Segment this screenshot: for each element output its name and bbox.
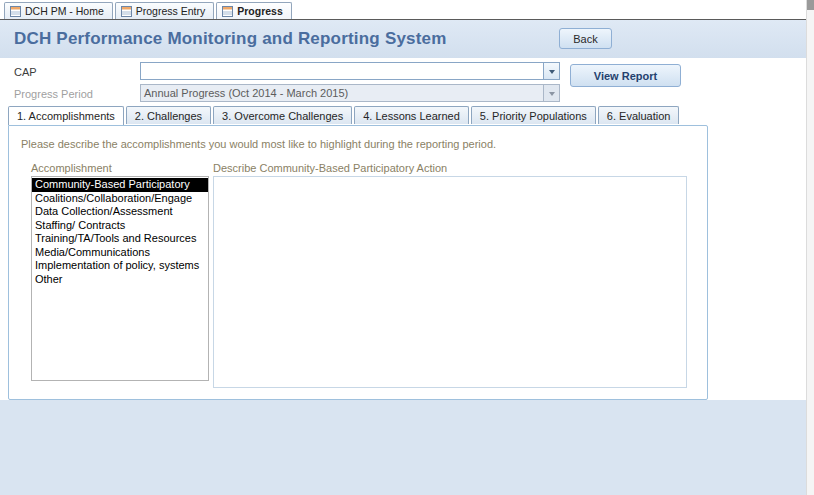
list-item[interactable]: Other: [32, 273, 208, 287]
progress-period-dropdown-arrow-icon: [543, 85, 559, 101]
accomplishment-listbox: Community-Based Participatory Coalitions…: [31, 176, 209, 381]
describe-textarea[interactable]: [213, 176, 687, 388]
doc-tab-label: Progress Entry: [136, 5, 205, 17]
list-item[interactable]: Community-Based Participatory: [32, 178, 208, 192]
scrollbar-thumb[interactable]: [807, 0, 814, 10]
tab-priority-populations[interactable]: 5. Priority Populations: [471, 106, 596, 124]
list-item[interactable]: Data Collection/Assessment: [32, 205, 208, 219]
tab-challenges[interactable]: 2. Challenges: [126, 106, 211, 124]
describe-label: Describe Community-Based Participatory A…: [213, 162, 447, 174]
section-tab-strip: 1. Accomplishments 2. Challenges 3. Over…: [8, 106, 679, 124]
progress-period-combobox-value: Annual Progress (Oct 2014 - March 2015): [141, 85, 543, 101]
page-title: DCH Performance Monitoring and Reporting…: [14, 29, 447, 49]
form-background: [0, 400, 806, 495]
app-window: DCH PM - Home Progress Entry Progress DC…: [0, 0, 814, 495]
doc-tab-label: Progress: [237, 5, 283, 17]
doc-tab-label: DCH PM - Home: [25, 5, 104, 17]
accomplishment-list-label: Accomplishment: [31, 162, 112, 174]
doc-tab-home[interactable]: DCH PM - Home: [4, 2, 113, 19]
progress-period-label: Progress Period: [14, 88, 93, 100]
cap-combobox[interactable]: [140, 62, 560, 80]
list-item[interactable]: Media/Communications: [32, 246, 208, 260]
form-icon: [10, 6, 21, 17]
accomplishments-panel: Please describe the accomplishments you …: [8, 125, 708, 400]
tab-accomplishments[interactable]: 1. Accomplishments: [8, 106, 124, 125]
tab-lessons-learned[interactable]: 4. Lessons Learned: [354, 106, 469, 124]
header: DCH Performance Monitoring and Reporting…: [0, 20, 806, 58]
form-icon: [121, 6, 132, 17]
cap-label: CAP: [14, 66, 37, 78]
progress-period-combobox[interactable]: Annual Progress (Oct 2014 - March 2015): [140, 84, 560, 102]
tab-overcome-challenges[interactable]: 3. Overcome Challenges: [213, 106, 352, 124]
list-item[interactable]: Implementation of policy, systems: [32, 259, 208, 273]
list-item[interactable]: Training/TA/Tools and Resources: [32, 232, 208, 246]
form-icon: [222, 6, 233, 17]
cap-combobox-value: [141, 63, 543, 79]
document-tab-bar: DCH PM - Home Progress Entry Progress: [0, 1, 806, 20]
vertical-scrollbar[interactable]: [806, 0, 814, 495]
instruction-text: Please describe the accomplishments you …: [21, 138, 496, 150]
tab-evaluation[interactable]: 6. Evaluation: [598, 106, 680, 124]
view-report-button[interactable]: View Report: [570, 64, 681, 87]
doc-tab-progress[interactable]: Progress: [216, 2, 292, 19]
back-button[interactable]: Back: [559, 28, 612, 49]
cap-dropdown-arrow-icon[interactable]: [543, 63, 559, 79]
list-item[interactable]: Staffing/ Contracts: [32, 219, 208, 233]
doc-tab-progress-entry[interactable]: Progress Entry: [115, 2, 214, 19]
list-item[interactable]: Coalitions/Collaboration/Engage: [32, 192, 208, 206]
